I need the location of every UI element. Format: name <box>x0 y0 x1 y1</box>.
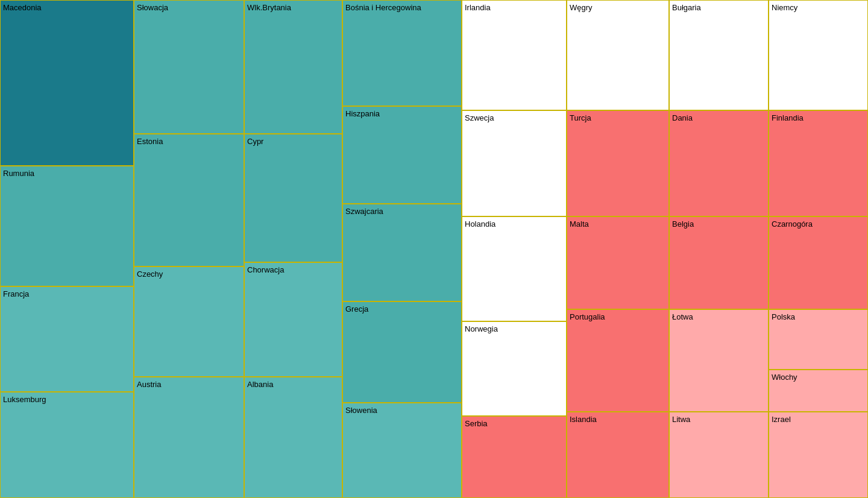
cell-label-izrael: Izrael <box>772 415 791 424</box>
cell-label-polska: Polska <box>772 312 795 321</box>
cell-belgia: Belgia <box>669 216 769 309</box>
cell-rumunia: Rumunia <box>0 166 134 286</box>
cell-litwa: Litwa <box>669 412 769 498</box>
cell-label-malta: Malta <box>570 219 589 229</box>
cell-label-finlandia: Finlandia <box>772 113 804 122</box>
cell-label-irlandia: Irlandia <box>465 3 491 12</box>
cell-irlandia: Irlandia <box>462 0 567 110</box>
cell-wlochy: Włochy <box>769 370 868 412</box>
cell-label-dania: Dania <box>672 113 693 122</box>
cell-austria: Austria <box>134 377 244 498</box>
cell-slowacja: Słowacja <box>134 0 244 134</box>
cell-label-slowacja: Słowacja <box>137 3 168 12</box>
cell-label-slowenia: Słowenia <box>345 406 377 415</box>
cell-holandia: Holandia <box>462 216 567 321</box>
cell-slowenia: Słowenia <box>342 403 462 498</box>
cell-lotwa: Łotwa <box>669 309 769 412</box>
cell-label-rumunia: Rumunia <box>3 169 34 178</box>
cell-cypr: Cypr <box>244 134 342 262</box>
treemap: MacedoniaRumuniaFrancjaLuksemburgSłowacj… <box>0 0 868 498</box>
cell-label-holandia: Holandia <box>465 219 495 229</box>
cell-grecja: Grecja <box>342 301 462 403</box>
cell-finlandia: Finlandia <box>769 110 868 216</box>
cell-boshercegowina: Bośnia i Hercegowina <box>342 0 462 106</box>
cell-label-belgia: Belgia <box>672 219 694 229</box>
cell-label-norwegia: Norwegia <box>465 324 498 333</box>
cell-label-turcja: Turcja <box>570 113 591 122</box>
cell-niemcy: Niemcy <box>769 0 868 110</box>
cell-label-szwajcaria: Szwajcaria <box>345 207 383 216</box>
cell-bulgaria: Bułgaria <box>669 0 769 110</box>
cell-luksemburg: Luksemburg <box>0 392 134 498</box>
cell-label-chorwacja: Chorwacja <box>247 265 284 274</box>
cell-macedonia: Macedonia <box>0 0 134 166</box>
cell-dania: Dania <box>669 110 769 216</box>
cell-islandia: Islandia <box>567 412 669 498</box>
cell-wegry: Węgry <box>567 0 669 110</box>
cell-label-albania: Albania <box>247 380 273 389</box>
cell-label-macedonia: Macedonia <box>3 3 42 12</box>
cell-polska: Polska <box>769 309 868 370</box>
cell-label-serbia: Serbia <box>465 419 488 428</box>
cell-portugalia: Portugalia <box>567 309 669 412</box>
cell-hiszpania: Hiszpania <box>342 106 462 204</box>
cell-label-estonia: Estonia <box>137 137 163 146</box>
cell-label-czechy: Czechy <box>137 269 163 279</box>
cell-label-grecja: Grecja <box>345 304 368 314</box>
cell-label-luksemburg: Luksemburg <box>3 395 46 404</box>
cell-malta: Malta <box>567 216 669 309</box>
cell-label-wegry: Węgry <box>570 3 593 12</box>
cell-label-francja: Francja <box>3 289 29 298</box>
cell-czechy: Czechy <box>134 266 244 377</box>
cell-label-portugalia: Portugalia <box>570 312 605 321</box>
cell-izrael: Izrael <box>769 412 868 498</box>
cell-label-hiszpania: Hiszpania <box>345 109 380 118</box>
cell-francja: Francja <box>0 286 134 392</box>
cell-label-litwa: Litwa <box>672 415 690 424</box>
cell-label-boshercegowina: Bośnia i Hercegowina <box>345 3 421 12</box>
cell-label-bulgaria: Bułgaria <box>672 3 701 12</box>
cell-label-islandia: Islandia <box>570 415 597 424</box>
cell-albania: Albania <box>244 377 342 498</box>
cell-czarnogora: Czarnogóra <box>769 216 868 309</box>
cell-label-lotwa: Łotwa <box>672 312 693 321</box>
cell-norwegia: Norwegia <box>462 321 567 416</box>
cell-label-szwecja: Szwecja <box>465 113 494 122</box>
cell-label-wlochy: Włochy <box>772 373 797 382</box>
cell-label-czarnogora: Czarnogóra <box>772 219 813 229</box>
cell-wlkbrytania: Wlk.Brytania <box>244 0 342 134</box>
cell-szwajcaria: Szwajcaria <box>342 204 462 301</box>
cell-label-niemcy: Niemcy <box>772 3 797 12</box>
cell-turcja: Turcja <box>567 110 669 216</box>
cell-serbia: Serbia <box>462 416 567 498</box>
cell-label-cypr: Cypr <box>247 137 263 146</box>
cell-chorwacja: Chorwacja <box>244 262 342 377</box>
cell-label-wlkbrytania: Wlk.Brytania <box>247 3 291 12</box>
cell-szwecja: Szwecja <box>462 110 567 216</box>
cell-label-austria: Austria <box>137 380 161 389</box>
cell-estonia: Estonia <box>134 134 244 266</box>
